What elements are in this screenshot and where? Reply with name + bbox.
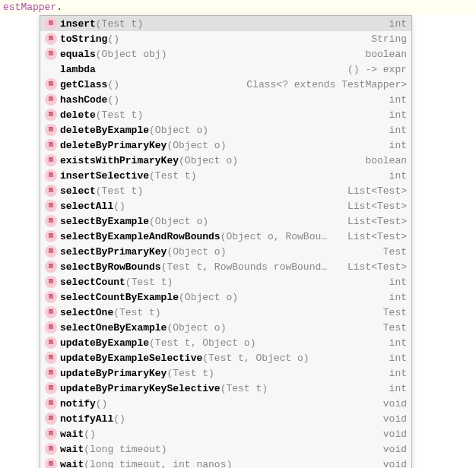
method-icon: m — [45, 276, 57, 288]
method-params: (Object o, RowBou… — [221, 231, 327, 242]
method-icon: m — [45, 154, 57, 166]
completion-item[interactable]: mselectByExample(Object o)List<Test> — [40, 213, 411, 229]
completion-item[interactable]: mselectByRowBounds(Test t, RowBounds row… — [40, 259, 411, 274]
return-type: Test — [383, 322, 407, 334]
return-type: int — [389, 337, 407, 349]
method-icon: m — [45, 48, 57, 60]
completion-item[interactable]: mwait(long timeout, int nanos)void — [40, 457, 411, 468]
method-icon: m — [45, 337, 57, 349]
completion-item[interactable]: mtoString()String — [40, 31, 411, 46]
method-icon: m — [45, 428, 57, 440]
method-params: (Object o) — [179, 292, 238, 303]
method-params: () — [113, 413, 125, 425]
method-name: getClass — [60, 79, 107, 90]
method-params: (long timeout) — [84, 444, 167, 455]
method-params: (Object o) — [167, 322, 226, 334]
method-name: notifyAll — [60, 413, 113, 425]
method-icon: m — [45, 200, 57, 212]
return-type: boolean — [365, 155, 407, 166]
return-type: int — [389, 277, 407, 288]
return-type: void — [383, 413, 407, 425]
completion-item[interactable]: mupdateByPrimaryKeySelective(Test t)int — [40, 381, 411, 396]
completion-item[interactable]: mdelete(Test t)int — [40, 107, 411, 122]
method-icon: m — [45, 169, 57, 182]
method-name: deleteByExample — [60, 125, 149, 136]
return-type: void — [383, 444, 407, 455]
code-reference-text: estMapper — [3, 2, 56, 13]
return-type: Class<? extends TestMapper> — [246, 79, 407, 90]
completion-item[interactable]: mupdateByExample(Test t, Object o)int — [40, 335, 411, 350]
return-type: Test — [383, 307, 407, 318]
method-icon: m — [45, 93, 57, 106]
completion-item[interactable]: mnotifyAll()void — [40, 411, 411, 426]
method-icon: m — [45, 321, 57, 334]
completion-item[interactable]: mwait()void — [40, 426, 411, 441]
method-name: select — [60, 185, 96, 197]
method-name: wait — [60, 428, 84, 440]
method-name: insertSelective — [60, 170, 149, 182]
return-type: List<Test> — [347, 231, 407, 242]
completion-item[interactable]: mselectCountByExample(Object o)int — [40, 289, 411, 305]
completion-item[interactable]: mupdateByExampleSelective(Test t, Object… — [40, 350, 411, 365]
completion-item[interactable]: mselectAll()List<Test> — [40, 198, 411, 213]
lambda-icon — [45, 63, 57, 75]
completion-item[interactable]: mupdateByPrimaryKey(Test t)int — [40, 365, 411, 381]
method-name: hashCode — [60, 94, 107, 106]
method-icon: m — [45, 124, 57, 136]
method-name: updateByExample — [60, 337, 149, 349]
method-params: (Object obj) — [96, 49, 167, 60]
method-params: (Test t) — [96, 109, 143, 121]
completion-item[interactable]: mequals(Object obj)boolean — [40, 46, 411, 62]
method-params: (Test t) — [167, 368, 214, 379]
return-type: int — [389, 140, 407, 151]
completion-item[interactable]: mselectByPrimaryKey(Object o)Test — [40, 244, 411, 259]
completion-item[interactable]: mselectOne(Test t)Test — [40, 305, 411, 320]
method-params: () — [113, 201, 125, 212]
method-icon: m — [45, 78, 57, 90]
completion-item[interactable]: mdeleteByExample(Object o)int — [40, 122, 411, 138]
method-params: () — [96, 398, 108, 410]
method-params: (Object o) — [149, 125, 208, 136]
return-type: int — [389, 125, 407, 136]
completion-item[interactable]: minsert(Test t)int — [40, 16, 411, 31]
completion-item[interactable]: mexistsWithPrimaryKey(Object o)boolean — [40, 153, 411, 168]
return-type: int — [389, 94, 407, 106]
method-icon: m — [45, 397, 57, 410]
method-params: () — [107, 33, 119, 45]
completion-item[interactable]: mnotify()void — [40, 396, 411, 411]
return-type: int — [389, 292, 407, 303]
return-type: int — [389, 18, 407, 30]
method-name: updateByPrimaryKeySelective — [60, 383, 221, 394]
completion-item[interactable]: mwait(long timeout)void — [40, 441, 411, 457]
completion-item[interactable]: mhashCode()int — [40, 92, 411, 107]
completion-item[interactable]: mselectOneByExample(Object o)Test — [40, 320, 411, 335]
completion-popup[interactable]: minsert(Test t)intmtoString()Stringmequa… — [40, 15, 412, 468]
return-type: int — [389, 383, 407, 394]
method-name: existsWithPrimaryKey — [60, 155, 179, 166]
method-name: selectCountByExample — [60, 292, 179, 303]
method-icon: m — [45, 185, 57, 197]
completion-item[interactable]: mgetClass()Class<? extends TestMapper> — [40, 77, 411, 92]
method-name: selectCount — [60, 277, 125, 288]
return-type: String — [371, 33, 407, 45]
method-icon: m — [45, 245, 57, 258]
return-type: boolean — [365, 49, 407, 60]
completion-item[interactable]: mselect(Test t)List<Test> — [40, 183, 411, 198]
method-icon: m — [45, 33, 57, 45]
method-params: (Object o) — [167, 140, 226, 151]
completion-item[interactable]: minsertSelective(Test t)int — [40, 168, 411, 183]
completion-item[interactable]: mselectCount(Test t)int — [40, 274, 411, 289]
completion-item[interactable]: mselectByExampleAndRowBounds(Object o, R… — [40, 229, 411, 244]
method-params: (long timeout, int nanos) — [84, 459, 232, 469]
method-params: (Test t) — [96, 185, 143, 197]
code-dot: . — [56, 2, 62, 13]
return-type: void — [383, 398, 407, 410]
method-params: (Test t, Object o) — [202, 353, 309, 364]
method-params: () — [107, 94, 119, 106]
completion-item[interactable]: lambda() -> expr — [40, 62, 411, 77]
method-name: selectOne — [60, 307, 113, 318]
completion-item[interactable]: mdeleteByPrimaryKey(Object o)int — [40, 138, 411, 153]
return-type: List<Test> — [347, 261, 407, 273]
method-icon: m — [45, 367, 57, 379]
return-type: Test — [383, 246, 407, 258]
